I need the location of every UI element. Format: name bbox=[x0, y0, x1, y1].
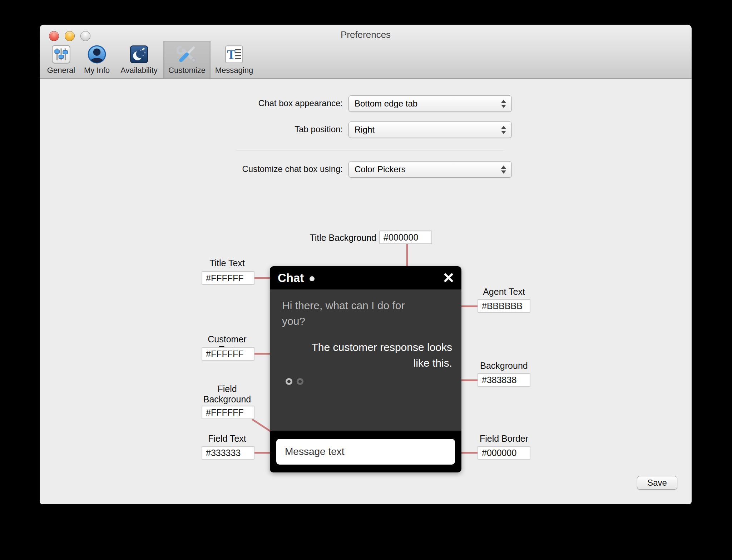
customize-chat-box-using-select[interactable]: Color Pickers bbox=[348, 161, 512, 178]
person-icon bbox=[86, 44, 107, 65]
tab-general[interactable]: General bbox=[46, 41, 76, 78]
field-text-input[interactable] bbox=[202, 446, 254, 460]
tab-general-label: General bbox=[47, 66, 75, 75]
carousel-dot-inactive bbox=[297, 378, 303, 385]
field-border-label: Field Border bbox=[478, 433, 530, 444]
title-background-label: Title Background bbox=[287, 233, 376, 243]
tab-availability-label: Availability bbox=[120, 66, 158, 75]
preferences-window: Preferences Genera bbox=[40, 25, 692, 504]
title-background-input[interactable] bbox=[379, 231, 432, 244]
sliders-icon bbox=[51, 44, 71, 65]
title-text-input[interactable] bbox=[202, 271, 254, 285]
field-border-input[interactable] bbox=[478, 446, 530, 460]
tab-my-info-label: My Info bbox=[84, 66, 110, 75]
stepper-arrows-icon bbox=[497, 100, 510, 108]
chat-preview-message-placeholder: Message text bbox=[285, 446, 345, 457]
tab-customize[interactable]: Customize bbox=[163, 41, 211, 78]
title-text-label: Title Text bbox=[202, 258, 253, 268]
window-header: Preferences Genera bbox=[40, 25, 692, 79]
tools-icon bbox=[177, 44, 197, 65]
close-icon bbox=[444, 273, 454, 283]
tab-availability[interactable]: Availability bbox=[118, 41, 160, 78]
tab-customize-label: Customize bbox=[168, 66, 206, 75]
stepper-arrows-icon bbox=[497, 126, 510, 134]
field-background-label: Field Background bbox=[202, 384, 253, 405]
tab-position-select[interactable]: Right bbox=[348, 122, 512, 138]
chat-box-appearance-value: Bottom edge tab bbox=[349, 99, 497, 109]
window-title: Preferences bbox=[40, 29, 692, 40]
chat-preview-field-border: Message text bbox=[270, 431, 461, 472]
carousel-dot-active bbox=[286, 378, 292, 385]
stepper-arrows-icon bbox=[497, 165, 510, 174]
field-background-input[interactable] bbox=[202, 406, 254, 419]
status-dot-icon bbox=[310, 276, 315, 281]
chat-preview-title: Chat bbox=[278, 271, 304, 285]
screen: Preferences Genera bbox=[0, 0, 732, 560]
chat-preview: Chat Hi there, what can I do for you? Th… bbox=[270, 266, 461, 472]
chat-box-appearance-select[interactable]: Bottom edge tab bbox=[348, 95, 512, 112]
customize-chat-box-using-value: Color Pickers bbox=[349, 164, 497, 174]
save-button[interactable]: Save bbox=[637, 476, 677, 490]
chat-preview-message-field: Message text bbox=[276, 439, 455, 465]
svg-text:T: T bbox=[227, 48, 235, 62]
tab-messaging-label: Messaging bbox=[215, 66, 253, 75]
moon-icon bbox=[129, 44, 149, 65]
tab-position-value: Right bbox=[349, 125, 497, 135]
tab-messaging[interactable]: T Messaging bbox=[214, 41, 254, 78]
customer-text-input[interactable] bbox=[202, 347, 254, 361]
customize-chat-box-using-label: Customize chat box using: bbox=[183, 164, 343, 174]
tab-position-label: Tab position: bbox=[183, 124, 343, 134]
agent-message: Hi there, what can I do for you? bbox=[282, 298, 425, 329]
carousel-dots bbox=[286, 378, 303, 385]
field-text-label: Field Text bbox=[202, 433, 253, 444]
text-format-icon: T bbox=[224, 44, 244, 65]
chat-preview-titlebar: Chat bbox=[270, 266, 461, 289]
background-input[interactable] bbox=[478, 373, 530, 387]
tab-my-info[interactable]: My Info bbox=[82, 41, 112, 78]
customer-message: The customer response looks like this. bbox=[298, 340, 452, 371]
section-divider bbox=[236, 150, 504, 151]
chat-box-appearance-label: Chat box appearance: bbox=[183, 98, 343, 108]
agent-text-label: Agent Text bbox=[478, 287, 530, 297]
background-label: Background bbox=[478, 361, 530, 371]
agent-text-input[interactable] bbox=[478, 299, 530, 313]
